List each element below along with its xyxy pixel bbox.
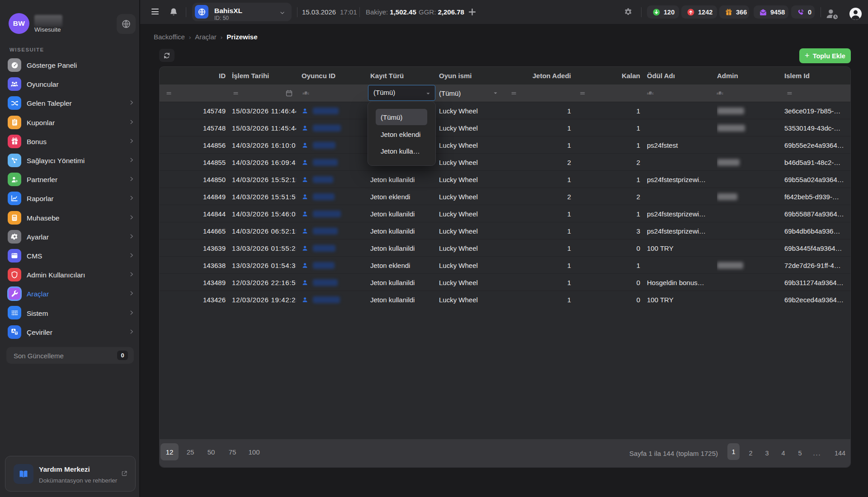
svg-text:a: a	[717, 91, 719, 95]
svg-text:c: c	[652, 91, 654, 95]
svg-text:a: a	[647, 91, 649, 95]
svg-text:b: b	[650, 91, 651, 95]
svg-text:a: a	[302, 91, 305, 95]
svg-text:b: b	[305, 91, 307, 95]
svg-text:c: c	[307, 91, 309, 95]
svg-text:b: b	[719, 91, 721, 95]
svg-text:c: c	[722, 91, 723, 95]
